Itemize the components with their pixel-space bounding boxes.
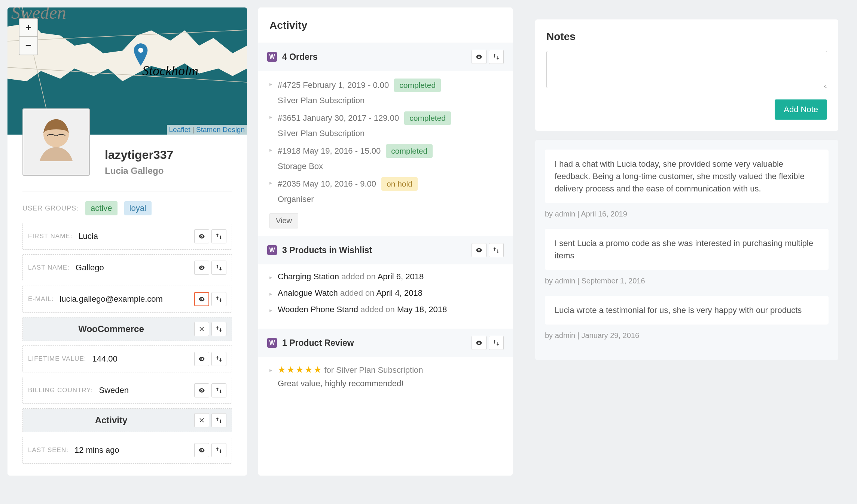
order-desc: Silver Plan Subscription [278,129,501,138]
expand-icon: ▸ [269,177,272,204]
note-input[interactable] [546,51,827,88]
eye-icon[interactable] [194,383,209,397]
order-item[interactable]: ▸#2035 May 10, 2016 - 9.00on holdOrganis… [269,177,501,204]
field-billing-country: BILLING COUNTRY: Sweden [22,377,232,404]
order-summary: #1918 May 19, 2016 - 15.00 [278,146,381,156]
status-badge: completed [394,79,441,92]
woo-badge-icon: W [267,52,277,62]
stamen-link[interactable]: Stamen Design [196,126,245,133]
username: lazytiger337 [105,148,232,162]
swap-icon[interactable] [211,229,226,243]
group-tag-loyal[interactable]: loyal [124,201,152,215]
zoom-out-button[interactable]: − [19,37,37,55]
field-email: E-MAIL: lucia.gallego@example.com [22,286,232,313]
close-icon[interactable] [194,413,209,427]
swap-icon[interactable] [211,261,226,275]
activity-panel: Activity W 4 Orders ▸#4725 February 1, 2… [258,7,513,476]
woo-badge-icon: W [267,245,277,255]
swap-icon[interactable] [211,292,226,306]
review-item[interactable]: ▸★★★★★ for Silver Plan SubscriptionGreat… [269,365,501,388]
section-activity: Activity [22,408,232,432]
swap-icon[interactable] [211,413,226,427]
zoom-in-button[interactable]: + [19,19,37,37]
profile-panel: Sweden Stockholm + − Leaflet | Stamen De… [7,7,247,476]
expand-icon: ▸ [269,111,272,138]
note-meta: by admin | January 29, 2016 [545,331,829,340]
map-attribution: Leaflet | Stamen Design [167,125,247,135]
order-desc: Silver Plan Subscription [278,96,501,105]
order-item[interactable]: ▸#4725 February 1, 2019 - 0.00completedS… [269,79,501,105]
svg-line-2 [7,67,247,82]
field-last-name: LAST NAME: Gallego [22,254,232,281]
eye-icon[interactable] [194,261,209,275]
svg-line-1 [7,30,247,41]
star-rating-icon: ★★★★★ [278,365,323,375]
eye-icon[interactable] [194,229,209,243]
svg-point-4 [138,48,143,53]
expand-icon: ▸ [269,144,272,171]
map-pin-icon [133,43,148,66]
activity-heading: Activity [258,7,513,43]
order-item[interactable]: ▸#3651 January 30, 2017 - 129.00complete… [269,111,501,138]
order-summary: #3651 January 30, 2017 - 129.00 [278,113,399,123]
full-name: Lucia Gallego [105,166,232,176]
swap-icon[interactable] [489,243,504,257]
eye-icon[interactable] [472,243,487,257]
order-desc: Storage Box [278,162,501,171]
reviews-header[interactable]: W 1 Product Review [258,329,513,357]
eye-icon[interactable] [194,292,209,306]
map-zoom-control: + − [19,18,38,55]
swap-icon[interactable] [489,50,504,64]
eye-icon[interactable] [194,352,209,366]
wishlist-header[interactable]: W 3 Products in Wishlist [258,236,513,264]
expand-icon: ▸ [269,365,272,388]
note-card: I sent Lucia a promo code as she was int… [545,229,829,270]
note-meta: by admin | September 1, 2016 [545,277,829,285]
expand-icon: ▸ [269,272,272,281]
order-item[interactable]: ▸#1918 May 19, 2016 - 15.00completedStor… [269,144,501,171]
status-badge: on hold [381,177,418,191]
group-tag-active[interactable]: active [85,201,117,215]
eye-icon[interactable] [194,443,209,457]
swap-icon[interactable] [211,352,226,366]
user-groups-row: USER GROUPS: active loyal [7,191,247,223]
note-card: Lucia wrote a testimonial for us, she is… [545,296,829,325]
notes-heading: Notes [546,31,827,43]
wishlist-item[interactable]: ▸Charging Station added on April 6, 2018 [269,272,501,282]
avatar [22,108,90,176]
wishlist-item[interactable]: ▸Wooden Phone Stand added on May 18, 201… [269,305,501,314]
close-icon[interactable] [194,322,209,336]
field-last-seen: LAST SEEN: 12 mins ago [22,437,232,464]
note-card: I had a chat with Lucia today, she provi… [545,150,829,203]
woo-badge-icon: W [267,338,277,348]
swap-icon[interactable] [489,336,504,350]
eye-icon[interactable] [472,50,487,64]
swap-icon[interactable] [211,383,226,397]
status-badge: completed [404,111,451,125]
expand-icon: ▸ [269,305,272,314]
swap-icon[interactable] [211,443,226,457]
view-button[interactable]: View [269,213,298,228]
order-summary: #4725 February 1, 2019 - 0.00 [278,80,389,90]
map-city-label: Stockholm [142,63,198,79]
wishlist-item[interactable]: ▸Analogue Watch added on April 4, 2018 [269,288,501,298]
expand-icon: ▸ [269,288,272,297]
order-desc: Organiser [278,194,501,204]
swap-icon[interactable] [211,322,226,336]
groups-label: USER GROUPS: [22,205,79,212]
order-summary: #2035 May 10, 2016 - 9.00 [278,179,376,189]
section-woocommerce: WooCommerce [22,317,232,341]
note-meta: by admin | April 16, 2019 [545,210,829,218]
leaflet-link[interactable]: Leaflet [169,126,190,133]
field-lifetime-value: LIFETIME VALUE: 144.00 [22,345,232,372]
status-badge: completed [386,144,433,158]
expand-icon: ▸ [269,79,272,105]
notes-panel: Notes Add Note I had a chat with Lucia t… [524,7,850,476]
field-first-name: FIRST NAME: Lucia [22,223,232,250]
orders-header[interactable]: W 4 Orders [258,43,513,71]
eye-icon[interactable] [472,336,487,350]
add-note-button[interactable]: Add Note [775,99,827,120]
